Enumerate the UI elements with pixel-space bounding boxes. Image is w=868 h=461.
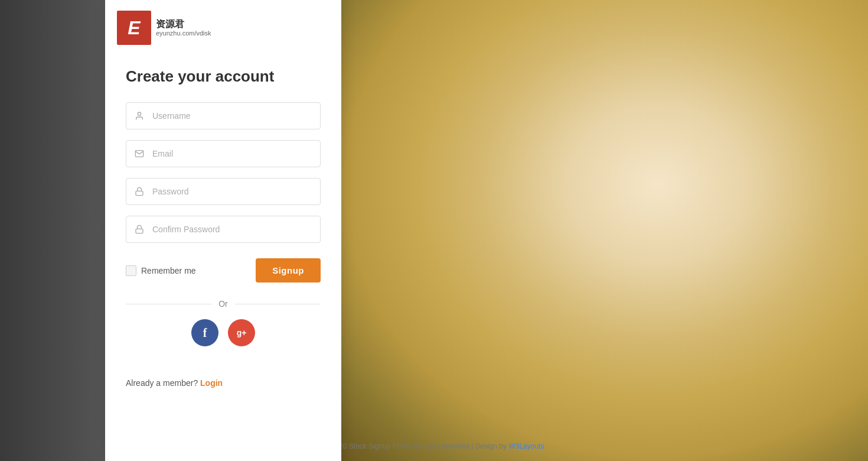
remember-me-label: Remember me bbox=[141, 266, 196, 275]
email-input[interactable] bbox=[152, 141, 320, 167]
password-group bbox=[126, 178, 321, 205]
form-container: Create your account bbox=[105, 56, 341, 378]
footer-designer-link[interactable]: W3Layouts bbox=[508, 442, 544, 450]
username-input[interactable] bbox=[152, 103, 320, 129]
form-title: Create your account bbox=[126, 67, 321, 86]
user-icon bbox=[126, 111, 152, 121]
svg-point-0 bbox=[138, 112, 141, 115]
email-group bbox=[126, 140, 321, 167]
svg-rect-1 bbox=[136, 191, 143, 195]
logo-text-area: 资源君 eyunzhu.com/vdisk bbox=[156, 18, 211, 37]
password-input[interactable] bbox=[152, 178, 320, 204]
action-row: Remember me Signup bbox=[126, 258, 321, 283]
remember-me-checkbox[interactable] bbox=[126, 265, 136, 276]
login-link[interactable]: Login bbox=[200, 378, 223, 388]
facebook-icon: f bbox=[203, 326, 207, 340]
svg-rect-2 bbox=[136, 229, 143, 233]
password-icon bbox=[126, 187, 152, 196]
google-icon: g+ bbox=[237, 328, 247, 337]
remember-me-group: Remember me bbox=[126, 265, 196, 276]
logo-letter: E bbox=[128, 17, 140, 39]
already-member-section: Already a member? Login bbox=[105, 378, 341, 388]
right-background bbox=[341, 0, 868, 461]
social-buttons: f g+ bbox=[126, 319, 321, 346]
confirm-password-group bbox=[126, 216, 321, 243]
already-member-text: Already a member? bbox=[126, 378, 198, 388]
username-group bbox=[126, 102, 321, 129]
logo-url: eyunzhu.com/vdisk bbox=[156, 30, 211, 37]
logo-title: 资源君 bbox=[156, 18, 211, 30]
email-icon bbox=[126, 149, 152, 158]
facebook-button[interactable]: f bbox=[191, 319, 218, 346]
logo-box: E bbox=[117, 11, 151, 45]
or-text: Or bbox=[218, 299, 228, 309]
footer-copyright: © 2020 Stock Signup Form. All rights res… bbox=[324, 442, 507, 450]
or-line-left bbox=[126, 304, 211, 304]
confirm-password-input[interactable] bbox=[152, 216, 320, 242]
or-divider: Or bbox=[126, 299, 321, 309]
logo-area: E 资源君 eyunzhu.com/vdisk bbox=[105, 0, 341, 56]
signup-button[interactable]: Signup bbox=[256, 258, 321, 283]
signup-panel: E 资源君 eyunzhu.com/vdisk Create your acco… bbox=[105, 0, 341, 461]
google-button[interactable]: g+ bbox=[228, 319, 255, 346]
confirm-password-icon bbox=[126, 225, 152, 234]
or-line-right bbox=[235, 304, 321, 304]
